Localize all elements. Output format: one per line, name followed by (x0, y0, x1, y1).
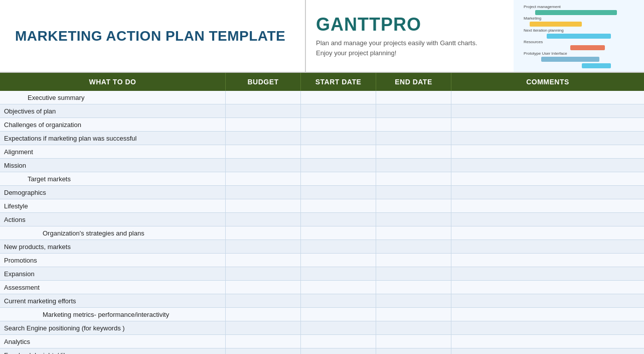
row-label: Objectives of plan (0, 104, 226, 117)
gantt-bar-row: Next iteration planning (524, 28, 640, 39)
table-row: Analytics (0, 335, 644, 348)
table-row: Target markets (0, 172, 644, 186)
table-row: Assessment (0, 281, 644, 294)
row-start (301, 254, 376, 267)
table-row: Challenges of organization (0, 118, 644, 132)
gantt-bar-label: Project management (524, 5, 640, 9)
table-row: Expectations if marketing plan was succe… (0, 132, 644, 145)
row-end (376, 348, 451, 354)
row-end (376, 226, 451, 240)
header-cell-0: WHAT TO DO (0, 73, 226, 91)
gantt-bar (582, 63, 611, 68)
row-label: Lifestyle (0, 199, 226, 212)
gantt-bar-row: Marketing (524, 16, 640, 27)
row-start (301, 240, 376, 253)
row-end (376, 172, 451, 185)
gantt-bar-label: Prototype User Interface (524, 51, 640, 56)
row-start (301, 335, 376, 348)
row-budget (226, 104, 301, 117)
row-comments (451, 199, 644, 212)
row-budget (226, 199, 301, 212)
row-start (301, 308, 376, 321)
gantt-logo: GANTTPRO (316, 14, 477, 35)
row-label: Target markets (0, 172, 226, 185)
row-budget (226, 321, 301, 334)
row-comments (451, 132, 644, 145)
row-end (376, 159, 451, 172)
row-end (376, 254, 451, 267)
table-row: Expansion (0, 267, 644, 281)
row-budget (226, 294, 301, 307)
row-budget (226, 132, 301, 145)
row-budget (226, 226, 301, 240)
row-end (376, 91, 451, 104)
gantt-visual: Project managementMarketingNext iteratio… (484, 0, 644, 72)
row-label: Organization's strategies and plans (0, 226, 226, 240)
row-end (376, 104, 451, 117)
row-comments (451, 118, 644, 131)
row-comments (451, 254, 644, 267)
row-budget (226, 348, 301, 354)
row-start (301, 199, 376, 212)
gantt-bar (541, 57, 599, 62)
row-comments (451, 240, 644, 253)
row-comments (451, 308, 644, 321)
row-budget (226, 335, 301, 348)
row-label: Alignment (0, 145, 226, 158)
row-label: Facebook Insights/ likes (0, 348, 226, 354)
table-row: Alignment (0, 145, 644, 159)
header-cell-1: BUDGET (226, 73, 301, 91)
row-comments (451, 226, 644, 240)
gantt-bar-label: Next iteration planning (524, 28, 640, 33)
table-row: Executive summary (0, 91, 644, 104)
row-end (376, 308, 451, 321)
row-comments (451, 335, 644, 348)
gantt-bar (570, 45, 605, 50)
row-end (376, 199, 451, 212)
row-end (376, 281, 451, 294)
row-end (376, 213, 451, 226)
row-comments (451, 321, 644, 334)
header-cell-3: END DATE (376, 73, 451, 91)
row-label: Expansion (0, 267, 226, 280)
table-row: Actions (0, 213, 644, 226)
row-budget (226, 213, 301, 226)
table-row: Search Engine positioning (for keywords … (0, 321, 644, 335)
row-budget (226, 91, 301, 104)
gantt-tagline: Plan and manage your projects easily wit… (316, 38, 477, 58)
table-row: Promotions (0, 254, 644, 267)
row-budget (226, 267, 301, 280)
table-row: Lifestyle (0, 199, 644, 213)
row-budget (226, 118, 301, 131)
row-budget (226, 240, 301, 253)
gantt-logo-area: GANTTPRO Plan and manage your projects e… (316, 14, 477, 58)
table-row: Demographics (0, 186, 644, 199)
header-cell-2: START DATE (301, 73, 376, 91)
row-comments (451, 267, 644, 280)
row-label: Analytics (0, 335, 226, 348)
gantt-bar (535, 10, 616, 15)
row-budget (226, 172, 301, 185)
row-label: Search Engine positioning (for keywords … (0, 321, 226, 334)
row-label: Executive summary (0, 91, 226, 104)
row-label: Actions (0, 213, 226, 226)
row-comments (451, 159, 644, 172)
row-comments (451, 281, 644, 294)
table-header: WHAT TO DOBUDGETSTART DATEEND DATECOMMEN… (0, 73, 644, 91)
table-row: New products, markets (0, 240, 644, 254)
row-comments (451, 348, 644, 354)
table-row: Mission (0, 159, 644, 172)
gantt-bar-row: Project management (524, 5, 640, 15)
row-label: Assessment (0, 281, 226, 294)
row-start (301, 172, 376, 185)
gantt-bars-container: Project managementMarketingNext iteratio… (514, 0, 644, 72)
row-budget (226, 308, 301, 321)
gantt-bar-label: Resources (524, 40, 640, 44)
row-start (301, 186, 376, 199)
row-comments (451, 213, 644, 226)
row-start (301, 226, 376, 240)
gantt-bar-row: Resources (524, 40, 640, 50)
row-start (301, 213, 376, 226)
row-label: Marketing metrics- performance/interacti… (0, 308, 226, 321)
header-left: MARKETING ACTION PLAN TEMPLATE (0, 0, 306, 72)
